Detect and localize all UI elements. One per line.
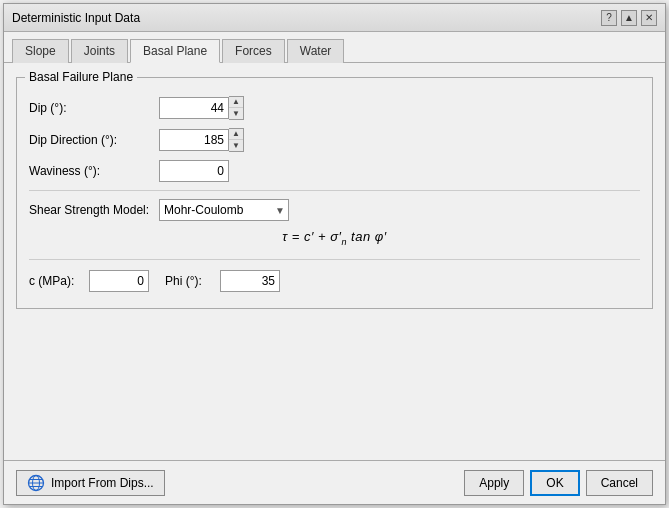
waviness-input-wrap: [159, 160, 229, 182]
help-button[interactable]: ?: [601, 10, 617, 26]
shear-strength-dropdown[interactable]: Mohr-Coulomb Barton-Bandis Power Curve: [159, 199, 289, 221]
dip-direction-spin-down[interactable]: ▼: [229, 140, 243, 151]
dip-spin-up[interactable]: ▲: [229, 97, 243, 108]
waviness-label: Waviness (°):: [29, 164, 159, 178]
dip-direction-label: Dip Direction (°):: [29, 133, 159, 147]
formula-row: τ = c′ + σ′n tan φ′: [29, 229, 640, 247]
bottom-right: Apply OK Cancel: [464, 470, 653, 496]
shear-strength-dropdown-wrap: Mohr-Coulomb Barton-Bandis Power Curve ▼: [159, 199, 289, 221]
group-title: Basal Failure Plane: [25, 70, 137, 84]
tab-water[interactable]: Water: [287, 39, 345, 63]
cancel-button[interactable]: Cancel: [586, 470, 653, 496]
bottom-bar: Import From Dips... Apply OK Cancel: [4, 460, 665, 504]
dip-input[interactable]: [159, 97, 229, 119]
cohesion-input[interactable]: [89, 270, 149, 292]
dialog: Deterministic Input Data ? ▲ ✕ Slope Joi…: [3, 3, 666, 505]
content-area: Basal Failure Plane Dip (°): ▲ ▼ Dip Dir…: [4, 63, 665, 460]
waviness-input[interactable]: [159, 160, 229, 182]
dip-row: Dip (°): ▲ ▼: [29, 96, 640, 120]
tab-basal-plane[interactable]: Basal Plane: [130, 39, 220, 63]
separator: [29, 190, 640, 191]
dip-direction-spinners: ▲ ▼: [229, 128, 244, 152]
tab-forces[interactable]: Forces: [222, 39, 285, 63]
close-button[interactable]: ✕: [641, 10, 657, 26]
tab-joints[interactable]: Joints: [71, 39, 128, 63]
import-button[interactable]: Import From Dips...: [16, 470, 165, 496]
ok-button[interactable]: OK: [530, 470, 579, 496]
title-bar-right: ? ▲ ✕: [601, 10, 657, 26]
dip-direction-spin-up[interactable]: ▲: [229, 129, 243, 140]
import-label: Import From Dips...: [51, 476, 154, 490]
phi-input[interactable]: [220, 270, 280, 292]
dip-label: Dip (°):: [29, 101, 159, 115]
title-bar: Deterministic Input Data ? ▲ ✕: [4, 4, 665, 32]
separator2: [29, 259, 640, 260]
phi-label: Phi (°):: [165, 274, 220, 288]
globe-icon: [27, 474, 45, 492]
bottom-left: Import From Dips...: [16, 470, 165, 496]
shear-strength-row: Shear Strength Model: Mohr-Coulomb Barto…: [29, 199, 640, 221]
dip-direction-input[interactable]: [159, 129, 229, 151]
waviness-row: Waviness (°):: [29, 160, 640, 182]
group-box-basal-failure-plane: Basal Failure Plane Dip (°): ▲ ▼ Dip Dir…: [16, 77, 653, 309]
dip-input-wrap: ▲ ▼: [159, 96, 244, 120]
expand-button[interactable]: ▲: [621, 10, 637, 26]
dip-direction-row: Dip Direction (°): ▲ ▼: [29, 128, 640, 152]
shear-strength-label: Shear Strength Model:: [29, 203, 159, 217]
dip-spinners: ▲ ▼: [229, 96, 244, 120]
dip-direction-input-wrap: ▲ ▼: [159, 128, 244, 152]
cohesion-phi-row: c (MPa): Phi (°):: [29, 270, 640, 292]
title-bar-left: Deterministic Input Data: [12, 11, 140, 25]
apply-button[interactable]: Apply: [464, 470, 524, 496]
formula-display: τ = c′ + σ′n tan φ′: [282, 229, 386, 247]
tab-slope[interactable]: Slope: [12, 39, 69, 63]
dip-spin-down[interactable]: ▼: [229, 108, 243, 119]
tabs-bar: Slope Joints Basal Plane Forces Water: [4, 32, 665, 63]
dialog-title: Deterministic Input Data: [12, 11, 140, 25]
cohesion-label: c (MPa):: [29, 274, 89, 288]
